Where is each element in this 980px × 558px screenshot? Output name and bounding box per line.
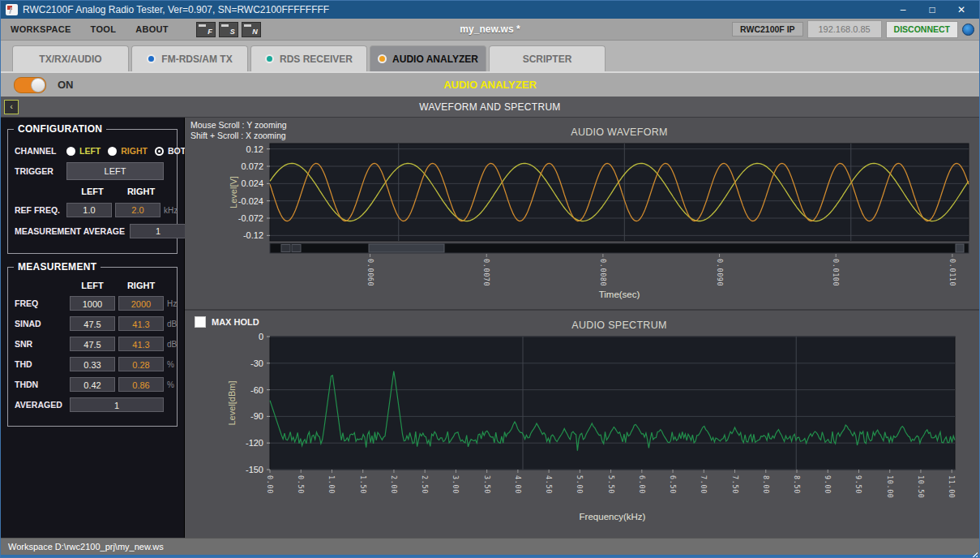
toggle-state-label: ON (58, 79, 74, 91)
svg-text:10.50: 10.50 (917, 475, 925, 499)
svg-text:5.00: 5.00 (576, 475, 584, 494)
unit-label: dB (167, 320, 177, 328)
workspace-path: Workspace D:\rwc2100_prj\my_new.ws (8, 542, 164, 552)
radio-icon[interactable] (66, 147, 75, 156)
ref-freq-unit: kHz (164, 206, 178, 215)
spectrum-x-axis-label: Frequency(kHz) (580, 512, 646, 522)
svg-text:7.00: 7.00 (700, 475, 708, 494)
measurement-row-thd: THD0.330.28% (15, 357, 170, 371)
measurement-label: THD (15, 359, 70, 369)
ip-input[interactable] (807, 20, 882, 38)
right-value: 41.3 (118, 337, 164, 351)
waveform-section: Mouse Scroll : Y zooming Shift + Scroll … (185, 118, 979, 307)
unit-label: % (167, 380, 174, 389)
svg-text:-0.072: -0.072 (238, 213, 263, 223)
trigger-label: TRIGGER (15, 166, 66, 176)
channel-option-left[interactable]: LEFT (66, 146, 101, 156)
measurement-row-freq: FREQ10002000Hz (15, 296, 170, 311)
right-value: 41.3 (118, 316, 164, 331)
configuration-group: CONFIGURATION CHANNEL LEFTRIGHTBOTH TRIG… (7, 129, 178, 254)
measurement-label: SNR (15, 339, 70, 349)
scrollbar-left-button-2[interactable] (292, 245, 301, 252)
scrollbar-left-button[interactable] (281, 245, 290, 252)
maximize-button[interactable]: □ (918, 1, 947, 19)
tab-audio-analyzer[interactable]: AUDIO ANALYZER (370, 45, 486, 71)
svg-text:-0.024: -0.024 (238, 196, 263, 206)
svg-text:6.00: 6.00 (638, 475, 646, 494)
radio-label: RIGHT (121, 146, 148, 156)
ref-freq-right-input[interactable] (115, 203, 160, 217)
disconnect-button[interactable]: DISCONNECT (886, 21, 958, 38)
right-value: 2000 (118, 296, 164, 311)
save-workspace-icon[interactable]: S (219, 22, 238, 37)
menu-tool[interactable]: TOOL (81, 24, 126, 34)
trigger-select[interactable]: LEFT (66, 162, 164, 180)
menu-workspace[interactable]: WORKSPACE (1, 24, 81, 34)
waveform-y-axis-label: Level[V] (229, 176, 238, 208)
configuration-title: CONFIGURATION (14, 123, 106, 135)
spectrum-section: MAX HOLD AUDIO SPECTRUM 0-30-60-90-120-1… (185, 309, 979, 539)
measurement-row-thdn: THDN0.420.86% (15, 377, 170, 392)
left-value: 47.5 (70, 337, 115, 351)
menu-about[interactable]: ABOUT (126, 24, 178, 34)
averaged-value: 1 (70, 397, 164, 412)
minimize-button[interactable]: – (888, 1, 918, 19)
tab-fm-rds-am-tx[interactable]: FM-RDS/AM TX (131, 45, 248, 71)
radio-icon[interactable] (155, 147, 164, 156)
radio-label: LEFT (79, 146, 101, 156)
toggle-knob (31, 78, 45, 92)
scrollbar-right-button[interactable] (956, 244, 964, 252)
averaged-label: AVERAGED (15, 400, 70, 410)
ip-label: RWC2100F IP (732, 22, 803, 36)
unit-label: Hz (167, 299, 177, 308)
section-title: AUDIO ANALYZER (1, 79, 979, 91)
left-value: 0.33 (70, 357, 115, 371)
spectrum-y-axis-label: Level[dBm] (227, 380, 237, 425)
channel-radio-group: LEFTRIGHTBOTH (66, 146, 199, 156)
measurement-row-sinad: SINAD47.541.3dB (15, 316, 170, 331)
frequency-table-icon[interactable]: F (196, 22, 216, 37)
channel-option-right[interactable]: RIGHT (108, 146, 148, 156)
svg-text:1.00: 1.00 (327, 475, 336, 494)
measurement-group: MEASUREMENT LEFT RIGHT FREQ10002000HzSIN… (7, 267, 178, 427)
resize-grip[interactable] (971, 552, 978, 558)
svg-text:0.12: 0.12 (246, 144, 263, 154)
svg-text:-120: -120 (246, 438, 263, 448)
new-workspace-icon[interactable]: N (242, 22, 261, 37)
analyzer-on-toggle[interactable] (14, 77, 46, 93)
scrollbar-thumb[interactable] (369, 244, 444, 252)
fm-rds-am-tx-status-dot-icon (147, 54, 156, 63)
collapse-panel-button[interactable]: ‹ (4, 100, 19, 114)
tab-scripter[interactable]: SCRIPTER (489, 45, 606, 71)
ref-freq-left-input[interactable] (66, 203, 112, 217)
menu-bar: WORKSPACE TOOL ABOUT FSN my_new.ws * RWC… (1, 19, 979, 41)
svg-text:9.50: 9.50 (854, 475, 862, 494)
title-bar: RWC2100F Analog Radio Tester, Ver=0.907,… (1, 1, 979, 19)
svg-text:8.00: 8.00 (762, 475, 770, 494)
waveform-x-axis-label: Time(sec) (599, 290, 640, 299)
svg-text:3.50: 3.50 (483, 475, 491, 494)
measurement-label: SINAD (15, 319, 70, 328)
svg-text:0: 0 (259, 332, 263, 341)
measurement-average-input[interactable] (130, 224, 186, 238)
waveform-plot-area[interactable] (270, 144, 969, 241)
svg-text:-60: -60 (250, 385, 263, 395)
svg-text:2.00: 2.00 (390, 475, 398, 494)
left-value: 0.42 (70, 377, 115, 392)
svg-text:0.0080: 0.0080 (599, 259, 607, 286)
svg-text:-0.12: -0.12 (243, 230, 263, 240)
radio-icon[interactable] (108, 147, 117, 156)
spectrum-plot-area[interactable] (270, 337, 955, 470)
svg-text:-150: -150 (246, 465, 263, 474)
close-button[interactable]: ✕ (947, 1, 976, 19)
svg-text:1.50: 1.50 (359, 475, 367, 494)
tab-tx-rx-audio[interactable]: TX/RX/AUDIO (12, 45, 129, 71)
measurement-average-label: MEASUREMENT AVERAGE (15, 226, 125, 236)
app-window: RWC2100F Analog Radio Tester, Ver=0.907,… (0, 0, 980, 558)
left-value: 47.5 (70, 316, 115, 331)
tab-rds-receiver[interactable]: RDS RECEIVER (250, 45, 367, 71)
svg-text:3.00: 3.00 (451, 475, 460, 494)
tab-strip: TX/RX/AUDIOFM-RDS/AM TXRDS RECEIVERAUDIO… (1, 41, 979, 73)
svg-text:10.00: 10.00 (886, 475, 894, 499)
tab-label: TX/RX/AUDIO (39, 54, 101, 65)
